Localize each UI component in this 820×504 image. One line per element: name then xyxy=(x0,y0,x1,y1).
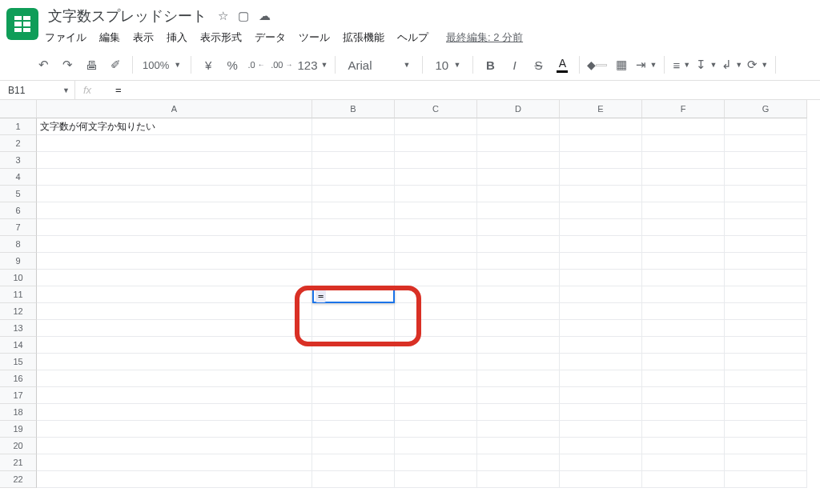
select-all-corner[interactable] xyxy=(0,100,37,118)
cell[interactable] xyxy=(642,169,725,186)
cell[interactable] xyxy=(477,118,560,135)
cell[interactable] xyxy=(725,286,807,303)
cell[interactable] xyxy=(37,186,312,202)
cell[interactable] xyxy=(725,421,807,438)
cell[interactable] xyxy=(395,320,477,337)
cell[interactable] xyxy=(312,202,395,219)
cell[interactable] xyxy=(37,135,312,152)
menu-help[interactable]: ヘルプ xyxy=(397,30,428,45)
cell[interactable] xyxy=(642,320,725,337)
cell[interactable] xyxy=(312,354,395,370)
column-header[interactable]: G xyxy=(725,100,807,118)
cell[interactable] xyxy=(37,471,312,488)
cell[interactable] xyxy=(642,303,725,320)
cell[interactable] xyxy=(312,337,395,354)
cell[interactable] xyxy=(725,135,807,152)
cell[interactable] xyxy=(312,471,395,488)
formula-input[interactable]: = xyxy=(109,84,122,96)
cell[interactable] xyxy=(477,438,560,454)
cell[interactable] xyxy=(725,270,807,286)
redo-button[interactable]: ↷ xyxy=(58,54,77,75)
cell[interactable] xyxy=(642,438,725,454)
cell[interactable] xyxy=(725,202,807,219)
cell[interactable] xyxy=(725,186,807,202)
cell[interactable] xyxy=(725,118,807,135)
cell[interactable] xyxy=(37,404,312,421)
cell[interactable] xyxy=(395,438,477,454)
row-header[interactable]: 7 xyxy=(0,219,37,236)
cell[interactable] xyxy=(37,236,312,253)
cell[interactable] xyxy=(642,270,725,286)
cell[interactable] xyxy=(560,135,642,152)
cell[interactable] xyxy=(725,337,807,354)
cell[interactable] xyxy=(312,253,395,270)
name-box[interactable]: B11 ▼ xyxy=(0,81,75,99)
row-header[interactable]: 12 xyxy=(0,303,37,320)
cell[interactable] xyxy=(395,421,477,438)
cell[interactable] xyxy=(560,370,642,387)
cell[interactable] xyxy=(642,421,725,438)
row-header[interactable]: 18 xyxy=(0,404,37,421)
cell[interactable] xyxy=(37,387,312,404)
cell[interactable] xyxy=(312,320,395,337)
cell[interactable] xyxy=(642,337,725,354)
row-header[interactable]: 20 xyxy=(0,438,37,454)
cloud-status-icon[interactable]: ☁ xyxy=(259,9,271,23)
cell[interactable] xyxy=(725,236,807,253)
cell[interactable] xyxy=(312,135,395,152)
row-header[interactable]: 14 xyxy=(0,337,37,354)
row-header[interactable]: 11 xyxy=(0,286,37,303)
sheets-logo[interactable] xyxy=(6,8,38,40)
font-select[interactable]: Arial▼ xyxy=(343,54,415,75)
cell[interactable] xyxy=(37,169,312,186)
cell[interactable] xyxy=(642,354,725,370)
cell[interactable] xyxy=(395,186,477,202)
row-header[interactable]: 13 xyxy=(0,320,37,337)
column-header[interactable]: E xyxy=(560,100,642,118)
cell[interactable] xyxy=(312,152,395,169)
column-header[interactable]: F xyxy=(642,100,725,118)
cell[interactable] xyxy=(560,270,642,286)
cell[interactable] xyxy=(395,270,477,286)
paint-format-button[interactable]: ✐ xyxy=(106,54,125,75)
cell[interactable] xyxy=(560,454,642,471)
cell[interactable] xyxy=(642,387,725,404)
cell[interactable] xyxy=(477,454,560,471)
menu-edit[interactable]: 編集 xyxy=(99,30,120,45)
row-header[interactable]: 1 xyxy=(0,118,37,135)
cell[interactable] xyxy=(725,404,807,421)
cell[interactable] xyxy=(312,219,395,236)
cell[interactable] xyxy=(395,404,477,421)
cell[interactable] xyxy=(312,421,395,438)
cell[interactable] xyxy=(725,370,807,387)
cell[interactable] xyxy=(560,337,642,354)
cell[interactable] xyxy=(477,387,560,404)
column-header[interactable]: C xyxy=(395,100,477,118)
row-header[interactable]: 5 xyxy=(0,186,37,202)
cell[interactable] xyxy=(560,354,642,370)
row-header[interactable]: 22 xyxy=(0,471,37,488)
cell[interactable] xyxy=(642,152,725,169)
cell[interactable] xyxy=(642,471,725,488)
cell[interactable] xyxy=(725,438,807,454)
row-header[interactable]: 16 xyxy=(0,370,37,387)
increase-decimal-button[interactable]: .00 → xyxy=(271,54,292,75)
cell[interactable] xyxy=(312,270,395,286)
cell[interactable] xyxy=(725,320,807,337)
cell[interactable] xyxy=(395,286,477,303)
cell[interactable] xyxy=(477,303,560,320)
cell[interactable] xyxy=(560,303,642,320)
zoom-select[interactable]: 100%▼ xyxy=(140,54,183,75)
cell[interactable] xyxy=(312,438,395,454)
cell[interactable] xyxy=(395,135,477,152)
cell[interactable] xyxy=(37,253,312,270)
cell[interactable] xyxy=(725,152,807,169)
wrap-button[interactable]: ↲▼ xyxy=(722,54,742,75)
cell[interactable] xyxy=(395,219,477,236)
cell[interactable] xyxy=(477,286,560,303)
cell[interactable] xyxy=(37,303,312,320)
cell[interactable] xyxy=(560,471,642,488)
cell[interactable] xyxy=(477,236,560,253)
cell[interactable] xyxy=(725,219,807,236)
cell[interactable] xyxy=(312,118,395,135)
